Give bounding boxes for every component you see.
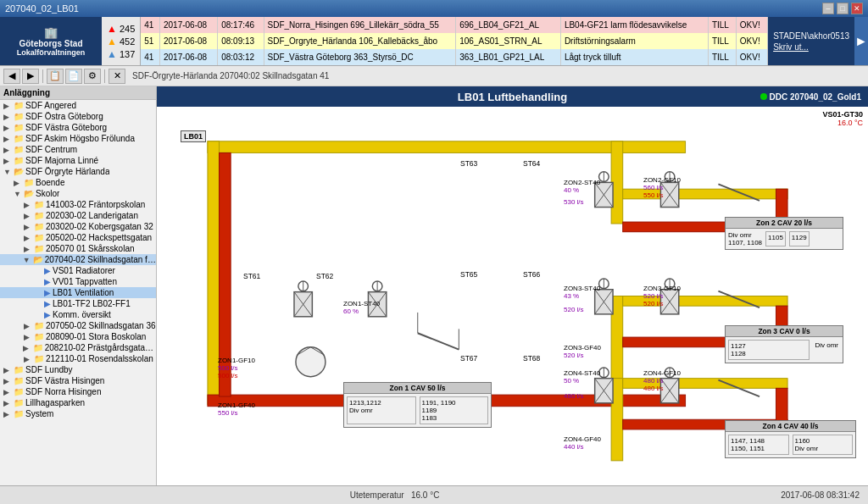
alerts-list: 41 2017-06-08 08:17:46 SDF_Norra_Hisinge…	[141, 17, 768, 65]
expand-icon: ▶	[3, 146, 14, 154]
maximize-button[interactable]: □	[837, 3, 849, 14]
st62-label: ST62	[316, 272, 333, 280]
zon2-gf10-label: ZON2-GF10 560 l/s 550 l/s	[643, 176, 681, 199]
sidebar-item-vv01[interactable]: ▶ VV01 Tappvatten	[0, 276, 156, 287]
sidebar-item-angered[interactable]: ▶ 📁 SDF Angered	[0, 100, 156, 111]
alert-code: 106_AS01_STRN_AL	[456, 33, 561, 49]
folder-icon: 📁	[14, 145, 24, 154]
sidebar-item-system[interactable]: ▶ 📁 System	[0, 408, 156, 419]
toolbar: ◀ ▶ 📋 📄 ⚙ ✕ SDF-Örgryte-Härlanda 207040:…	[0, 66, 868, 86]
sidebar-item-207050[interactable]: ▶ 📁 207050-02 Skillnadsgatan 36	[0, 320, 156, 331]
expand-icon: ▶	[3, 113, 14, 121]
expand-icon: ▼	[3, 168, 14, 176]
sidebar-item-141003[interactable]: ▶ 📁 141003-02 Fräntorpskolan	[0, 199, 156, 210]
minimize-button[interactable]: –	[822, 3, 834, 14]
ddc-status: DDC 207040_02_Gold1	[760, 92, 861, 102]
sidebar-item-lb01-vent[interactable]: ▶ LB01 Ventilation	[0, 287, 156, 298]
folder-icon: 📁	[14, 134, 24, 143]
sidebar-item-208210[interactable]: ▶ 📁 208210-02 Prästgårdsgatan 44	[0, 342, 156, 353]
expand-icon: ▶	[3, 124, 14, 132]
back-button[interactable]: ◀	[3, 69, 20, 84]
sidebar-item-skolor[interactable]: ▼ 📂 Skolor	[0, 188, 156, 199]
sidebar-item-centrum[interactable]: ▶ 📁 SDF Centrum	[0, 144, 156, 155]
folder-icon: 📁	[14, 101, 24, 110]
diagram-canvas[interactable]: VS01-GT30 16.0 °C LB01	[157, 107, 868, 485]
zon3-col1: 1127 1128	[728, 340, 810, 360]
copy-button[interactable]: 📋	[47, 69, 64, 84]
zon3-cav-box: Zon 3 CAV 0 l/s 1127 1128 Div omr	[725, 325, 843, 363]
expand-icon: ▶	[14, 179, 24, 187]
sidebar-item-205020[interactable]: ▶ 📁 205020-02 Hackspettsgatan	[0, 232, 156, 243]
sidebar-label: Lillhagasparken	[25, 398, 85, 407]
sidebar-header: Anläggning	[0, 86, 156, 100]
st66-label: ST66	[523, 270, 540, 279]
sidebar-item-208090[interactable]: ▶ 📁 208090-01 Stora Boskolan	[0, 331, 156, 342]
close-panel-button[interactable]: ✕	[108, 69, 125, 84]
st68-label: ST68	[523, 354, 540, 363]
sidebar-item-203020[interactable]: ▶ 📁 203020-02 Kobergsgatan 32	[0, 221, 156, 232]
alert-row-2[interactable]: 51 2017-06-08 08:09:13 SDF_Orgryte_Härla…	[141, 33, 767, 49]
user-info: STADEN\akhor0513 Skriv ut...	[768, 17, 854, 65]
sidebar-item-boende[interactable]: ▶ 📁 Boende	[0, 177, 156, 188]
sidebar-item-lillhaga[interactable]: ▶ 📁 Lillhagasparken	[0, 397, 156, 408]
sidebar-item-vastra[interactable]: ▶ 📁 SDF Västra Göteborg	[0, 122, 156, 133]
sidebar-label: 202030-02 Landerigatan	[46, 211, 138, 220]
alert-num: 41	[141, 17, 159, 33]
status-dot	[760, 93, 767, 100]
sidebar-item-ostra[interactable]: ▶ 📁 SDF Östra Göteborg	[0, 111, 156, 122]
alertbar: 🏢 Göteborgs Stad Lokalförvaltningen ▲ 24…	[0, 17, 868, 66]
sidebar-item-vs01[interactable]: ▶ VS01 Radiatorer	[0, 265, 156, 276]
sidebar-label: SDF Centrum	[25, 145, 77, 154]
sidebar-item-komm[interactable]: ▶ Komm. översikt	[0, 309, 156, 320]
st61-label: ST61	[243, 272, 260, 280]
logo-line2: Lokalförvaltningen	[17, 48, 86, 57]
sidebar-label: SDF Angered	[25, 101, 76, 110]
alert-row-yellow: ▲ 452	[107, 36, 135, 47]
alert-row-1[interactable]: 41 2017-06-08 08:17:46 SDF_Norra_Hisinge…	[141, 17, 767, 33]
zon4-cav-title: Zon 4 CAV 40 l/s	[726, 421, 855, 432]
zon1-col1: 1213,1212 Div omr	[347, 396, 416, 424]
scroll-right-button[interactable]: ►	[854, 17, 868, 65]
sidebar-item-207040[interactable]: ▼ 📂 207040-02 Skillnadsgatan för...	[0, 254, 156, 265]
alert-date: 2017-06-08	[159, 17, 217, 33]
zon3-cav-values: 1127 1128 Div omr	[726, 337, 843, 363]
print-action[interactable]: Skriv ut...	[773, 42, 849, 52]
sidebar-item-205070[interactable]: ▶ 📁 205070 01 Skårsskolan	[0, 243, 156, 254]
sidebar-label: Skolor	[36, 189, 59, 198]
sidebar-item-212110[interactable]: ▶ 📁 212110-01 Rosendalsskolan	[0, 353, 156, 364]
expand-icon: ▶	[3, 135, 14, 143]
zon2-cav-title: Zon 2 CAV 20 l/s	[726, 218, 843, 229]
close-button[interactable]: ✕	[851, 3, 863, 14]
paste-button[interactable]: 📄	[65, 69, 82, 84]
folder-icon: 📁	[14, 112, 24, 121]
temp-label: Utetemperatur	[350, 490, 404, 500]
alert-row-3[interactable]: 41 2017-06-08 08:03:12 SDF_Västra Götebo…	[141, 49, 767, 65]
sidebar-item-askim[interactable]: ▶ 📁 SDF Askim Högsbo Frölunda	[0, 133, 156, 144]
folder-icon: 📂	[14, 167, 24, 176]
sidebar-item-vastra-hisingen[interactable]: ▶ 📁 SDF Västra Hisingen	[0, 375, 156, 386]
folder-icon: 📁	[14, 376, 24, 385]
folder-icon: 📁	[14, 123, 24, 132]
folder-icon: 📂	[24, 189, 34, 198]
sidebar-item-norra-hisingen[interactable]: ▶ 📁 SDF Norra Hisingen	[0, 386, 156, 397]
sidebar-item-orgryte[interactable]: ▼ 📂 SDF Örgryte Härlanda	[0, 166, 156, 177]
forward-button[interactable]: ▶	[22, 69, 39, 84]
expand-icon: ▶	[3, 410, 14, 418]
sidebar-item-202030[interactable]: ▶ 📁 202030-02 Landerigatan	[0, 210, 156, 221]
folder-icon: 📁	[34, 332, 44, 341]
alert-type: OKV!	[736, 33, 767, 49]
alert-status: TILL	[708, 17, 736, 33]
expand-icon: ▶	[3, 377, 14, 385]
doc-icon: ▶	[44, 277, 51, 286]
sidebar-item-lundby[interactable]: ▶ 📁 SDF Lundby	[0, 364, 156, 375]
zon1-cav-values: 1213,1212 Div omr 1191, 1190 1189 1183	[344, 394, 491, 427]
expand-icon: ▼	[23, 256, 33, 264]
alert-time: 08:09:13	[218, 33, 264, 49]
settings-button[interactable]: ⚙	[84, 69, 101, 84]
sidebar[interactable]: Anläggning ▶ 📁 SDF Angered ▶ 📁 SDF Östra…	[0, 86, 157, 485]
sidebar-label: SDF Västra Göteborg	[25, 123, 107, 132]
sidebar-item-lb01tf2[interactable]: ▶ LB01-TF2 LB02-FF1	[0, 298, 156, 309]
alert-code: 363_LB01_GP21_LAL	[456, 49, 561, 65]
sidebar-item-majorna[interactable]: ▶ 📁 SDF Majorna Linné	[0, 155, 156, 166]
folder-icon: 📁	[34, 211, 44, 220]
